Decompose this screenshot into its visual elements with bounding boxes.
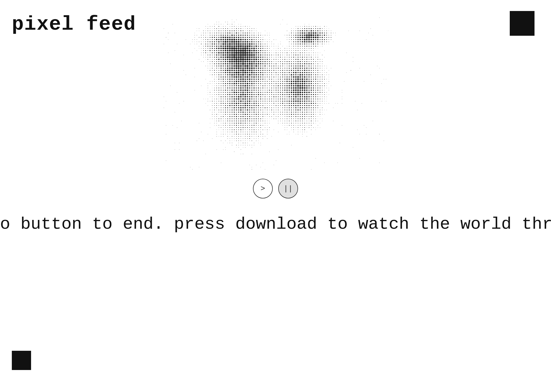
playback-controls: > ||	[253, 179, 298, 198]
pause-button[interactable]: ||	[278, 179, 298, 198]
top-right-square	[510, 11, 535, 36]
dithered-canvas	[163, 16, 388, 170]
next-button[interactable]: >	[253, 179, 273, 198]
dithered-image	[163, 16, 388, 170]
scrolling-text: o button to end. press download to watch…	[0, 214, 551, 234]
bottom-left-square	[12, 351, 31, 370]
scrolling-text-container: o button to end. press download to watch…	[0, 214, 551, 234]
app-title: pixel feed	[12, 13, 136, 36]
